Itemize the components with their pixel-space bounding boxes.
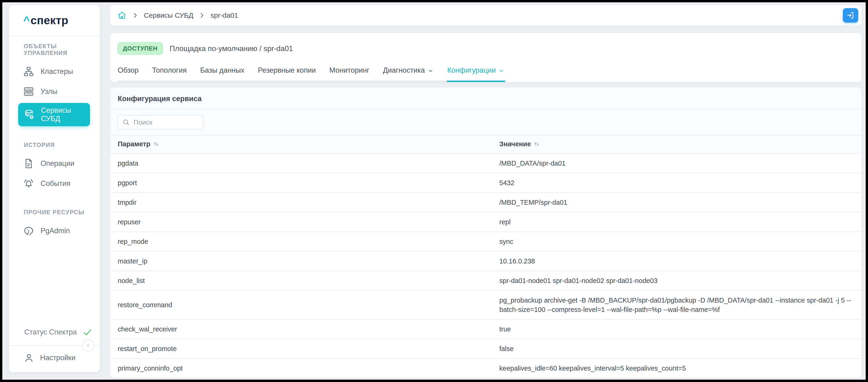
sidebar: ^ спектр ОБЪЕКТЫ УПРАВЛЕНИЯ Кластеры <box>9 5 100 372</box>
login-button[interactable] <box>843 8 858 23</box>
tab-diagnostics[interactable]: Диагностика <box>382 66 434 81</box>
table-row: rep_modesync <box>110 232 862 251</box>
service-title: Площадка по-умолчанию / spr-da01 <box>170 44 293 53</box>
search-icon <box>122 119 130 126</box>
chevron-right-icon <box>132 12 139 19</box>
param-cell: master_ip <box>110 251 492 271</box>
table-row: restart_on_promotefalse <box>110 339 862 358</box>
chevron-down-icon <box>427 68 434 74</box>
sidebar-item-events[interactable]: События <box>9 173 100 194</box>
table-row: restore_commandpg_probackup archive-get … <box>110 290 862 319</box>
sort-icon[interactable] <box>153 141 159 149</box>
sidebar-footer-divider <box>9 345 100 346</box>
param-cell: primary_conninfo_opt <box>110 358 492 378</box>
nav-section-management: ОБЪЕКТЫ УПРАВЛЕНИЯ <box>9 40 100 59</box>
tab-topology[interactable]: Топология <box>152 66 187 81</box>
sidebar-item-db-services[interactable]: Сервисы СУБД <box>18 103 90 126</box>
value-cell: repl <box>492 212 862 232</box>
value-cell: 10.16.0.238 <box>492 251 862 271</box>
value-cell: 5432 <box>492 173 862 193</box>
param-cell: restart_on_promote <box>110 339 492 358</box>
param-cell: check_wal_receiver <box>110 319 492 339</box>
main-area: Сервисы СУБД spr-da01 ДОСТУПЕН Площадка … <box>110 5 862 380</box>
value-cell: pg_probackup archive-get -B /MBD_BACKUP/… <box>492 290 862 319</box>
sidebar-item-nodes[interactable]: Узлы <box>9 82 100 101</box>
service-header: ДОСТУПЕН Площадка по-умолчанию / spr-da0… <box>117 42 855 55</box>
check-icon <box>83 327 92 337</box>
column-header-value[interactable]: Значение <box>492 135 862 154</box>
param-cell: tmpdir <box>110 193 492 212</box>
sidebar-item-label: Узлы <box>40 87 57 96</box>
tab-monitoring[interactable]: Мониторинг <box>329 66 370 81</box>
breadcrumb-item-current: spr-da01 <box>211 11 238 19</box>
table-row: pgdata/MBD_DATA/spr-da01 <box>110 154 862 173</box>
status-badge: ДОСТУПЕН <box>117 42 163 55</box>
sidebar-item-label: PgAdmin <box>40 227 70 235</box>
param-cell: rep_mode <box>110 232 492 251</box>
table-row: primary_conninfo_optkeepalives_idle=60 k… <box>110 358 862 378</box>
value-cell: /MBD_TEMP/spr-da01 <box>492 193 862 212</box>
table-header-row: Параметр Значение <box>110 135 862 154</box>
table-row: pgport5432 <box>110 173 862 193</box>
search-input[interactable] <box>133 118 199 126</box>
value-cell: keepalives_idle=60 keepalives_interval=5… <box>492 358 862 378</box>
home-icon <box>117 11 127 20</box>
tab-backups[interactable]: Резервные копии <box>257 66 316 81</box>
value-cell: spr-da01-node01 spr-da01-node02 spr-da01… <box>492 271 862 290</box>
logo: ^ спектр <box>9 5 100 35</box>
logo-text: спектр <box>31 14 68 27</box>
chevron-left-icon <box>85 342 91 348</box>
breadcrumb-item-services[interactable]: Сервисы СУБД <box>144 11 193 19</box>
value-cell: true <box>492 319 862 339</box>
param-cell: node_list <box>110 271 492 290</box>
column-header-parameter[interactable]: Параметр <box>110 135 492 154</box>
app-root: ^ спектр ОБЪЕКТЫ УПРАВЛЕНИЯ Кластеры <box>2 2 866 380</box>
database-gear-icon <box>24 109 34 120</box>
sidebar-item-clusters[interactable]: Кластеры <box>9 62 100 82</box>
param-cell: pgport <box>110 173 492 193</box>
sidebar-item-label: Кластеры <box>40 67 73 76</box>
tabs: Обзор Топология Базы данных Резервные ко… <box>117 66 505 82</box>
tab-configurations[interactable]: Конфигурации <box>447 66 505 82</box>
sidebar-item-label: Операции <box>40 159 74 168</box>
sidebar-bottom: Статус Спектра Настройки <box>9 325 100 372</box>
table-row: node_listspr-da01-node01 spr-da01-node02… <box>110 271 862 290</box>
param-cell: restore_command <box>110 290 492 319</box>
search-block <box>110 109 862 135</box>
sidebar-collapse-button[interactable] <box>82 339 94 351</box>
search-box[interactable] <box>118 115 204 129</box>
sidebar-item-label: Сервисы СУБД <box>41 106 90 123</box>
nav-section-history: ИСТОРИЯ <box>9 139 100 151</box>
config-table: Параметр Значение pgdata/MBD_DATA/spr-da… <box>110 135 862 378</box>
user-icon <box>24 353 34 363</box>
breadcrumb: Сервисы СУБД spr-da01 <box>110 5 862 26</box>
tabs-wrap: Обзор Топология Базы данных Резервные ко… <box>117 66 855 82</box>
value-cell: sync <box>492 232 862 251</box>
breadcrumb-home[interactable] <box>117 11 127 20</box>
sidebar-item-operations[interactable]: Операции <box>9 154 100 173</box>
nav-section-other-resources: ПРОЧИЕ РЕСУРСЫ <box>9 206 100 218</box>
value-cell: /MBD_DATA/spr-da01 <box>492 154 862 173</box>
table-row: repuserrepl <box>110 212 862 232</box>
clusters-icon <box>23 66 34 77</box>
table-row: tmpdir/MBD_TEMP/spr-da01 <box>110 193 862 212</box>
sidebar-item-label: События <box>40 179 70 188</box>
chevron-down-icon <box>498 68 505 74</box>
nodes-icon <box>23 86 34 97</box>
spektr-status: Статус Спектра <box>9 325 100 339</box>
sidebar-item-pgadmin[interactable]: PgAdmin <box>9 221 100 241</box>
config-section-title: Конфигурация сервиса <box>110 88 862 109</box>
param-cell: repuser <box>110 212 492 232</box>
param-cell: pgdata <box>110 154 492 173</box>
tab-databases[interactable]: Базы данных <box>200 66 245 81</box>
pgadmin-elephant-icon <box>23 225 34 236</box>
service-header-card: ДОСТУПЕН Площадка по-умолчанию / spr-da0… <box>110 33 862 82</box>
table-row: master_ip10.16.0.238 <box>110 251 862 271</box>
sort-icon[interactable] <box>533 141 540 149</box>
chevron-right-icon <box>198 12 205 19</box>
bell-icon <box>23 178 34 189</box>
value-cell: false <box>492 339 862 358</box>
document-icon <box>23 158 34 169</box>
sidebar-nav: ОБЪЕКТЫ УПРАВЛЕНИЯ Кластеры <box>9 36 100 241</box>
tab-overview[interactable]: Обзор <box>117 66 139 81</box>
